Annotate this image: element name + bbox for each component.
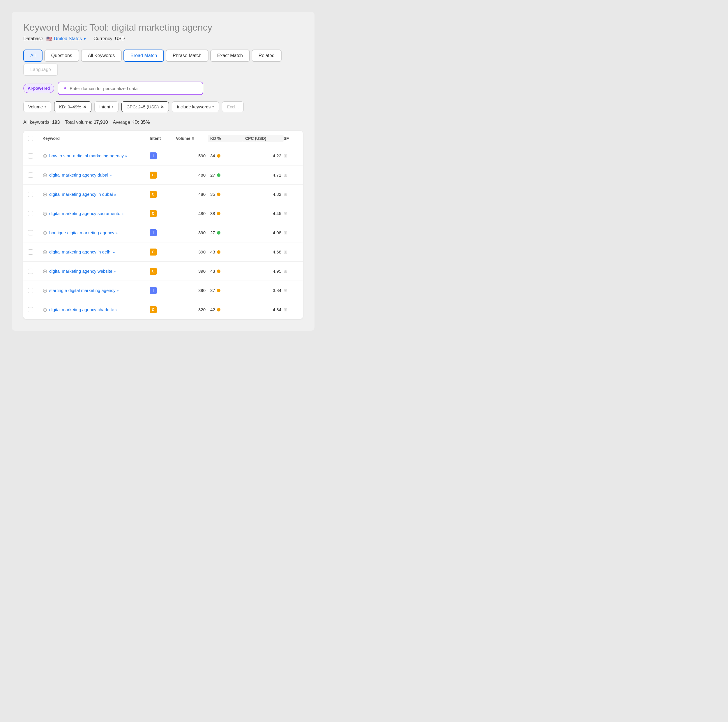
- kd-value: 37: [210, 288, 215, 293]
- expand-icon[interactable]: ⊕: [43, 306, 47, 313]
- database-label: Database:: [23, 36, 44, 41]
- kd-dot: [217, 289, 220, 292]
- volume-filter[interactable]: Volume ▾: [23, 101, 51, 112]
- kd-cell: 42: [208, 304, 243, 315]
- sf-icon: ⊞: [284, 153, 288, 158]
- tab-related[interactable]: Related: [252, 49, 281, 62]
- expand-icon[interactable]: ⊕: [43, 172, 47, 179]
- header-volume-col[interactable]: Volume ⇅: [176, 136, 208, 141]
- excl-label: Excl...: [227, 104, 239, 109]
- sf-cell: ⊞: [284, 250, 298, 254]
- expand-icon[interactable]: ⊕: [43, 152, 47, 159]
- sf-icon: ⊞: [284, 307, 288, 312]
- expand-icon[interactable]: ⊕: [43, 229, 47, 236]
- tab-all-keywords[interactable]: All Keywords: [81, 49, 122, 62]
- intent-badge: I: [150, 229, 157, 236]
- cpc-cell: 4.71: [243, 172, 284, 178]
- sf-cell: ⊞: [284, 153, 298, 158]
- kd-value: 43: [210, 250, 215, 254]
- cpc-cell: 4.95: [243, 269, 284, 274]
- intent-cell: C: [150, 172, 176, 179]
- include-keywords-filter[interactable]: Include keywords ▾: [172, 101, 219, 112]
- table-row: ⊕ how to start a digital marketing agenc…: [23, 146, 303, 166]
- row-checkbox[interactable]: [28, 153, 43, 158]
- row-checkbox[interactable]: [28, 172, 43, 178]
- title-bold: Keyword Magic Tool:: [23, 22, 109, 33]
- intent-filter[interactable]: Intent ▾: [94, 101, 119, 112]
- expand-icon[interactable]: ⊕: [43, 287, 47, 294]
- database-link[interactable]: United States: [54, 36, 82, 41]
- kd-value: 27: [210, 230, 215, 235]
- keyword-link[interactable]: digital marketing agency charlotte »: [49, 307, 118, 312]
- intent-cell: C: [150, 191, 176, 198]
- intent-cell: I: [150, 152, 176, 159]
- tab-questions[interactable]: Questions: [44, 49, 79, 62]
- tab-exact-match[interactable]: Exact Match: [210, 49, 250, 62]
- chevron-down-icon[interactable]: ▾: [84, 36, 86, 41]
- keyword-link[interactable]: digital marketing agency in dubai »: [49, 192, 116, 197]
- row-checkbox[interactable]: [28, 250, 43, 254]
- ai-badge: AI-powered: [23, 84, 54, 93]
- ai-domain-input[interactable]: [70, 86, 198, 91]
- row-checkbox[interactable]: [28, 269, 43, 274]
- table-header: Keyword Intent Volume ⇅ KD % CPC (USD) S…: [23, 131, 303, 146]
- keyword-link[interactable]: boutique digital marketing agency »: [49, 230, 118, 235]
- tab-all[interactable]: All: [23, 49, 43, 62]
- select-all-checkbox[interactable]: [28, 136, 33, 141]
- stats-bar: All keywords: 193 Total volume: 17,910 A…: [23, 120, 303, 125]
- tab-phrase-match[interactable]: Phrase Match: [166, 49, 208, 62]
- page-title: Keyword Magic Tool: digital marketing ag…: [23, 22, 303, 33]
- expand-icon[interactable]: ⊕: [43, 248, 47, 256]
- kd-dot: [217, 212, 220, 215]
- row-checkbox[interactable]: [28, 307, 43, 312]
- keyword-link[interactable]: starting a digital marketing agency »: [49, 288, 119, 293]
- row-checkbox[interactable]: [28, 192, 43, 197]
- kd-filter[interactable]: KD: 0–49% ✕: [54, 101, 92, 112]
- kd-filter-close[interactable]: ✕: [83, 104, 87, 109]
- total-volume-label: Total volume:: [65, 120, 92, 125]
- keyword-link[interactable]: digital marketing agency dubai »: [49, 172, 112, 178]
- filter-bar: Volume ▾ KD: 0–49% ✕ Intent ▾ CPC: 2–5 (…: [23, 101, 303, 112]
- expand-icon[interactable]: ⊕: [43, 191, 47, 198]
- sf-cell: ⊞: [284, 288, 298, 293]
- ai-input-container[interactable]: ✦: [58, 81, 203, 95]
- volume-cell: 480: [176, 172, 208, 178]
- cpc-filter[interactable]: CPC: 2–5 (USD) ✕: [121, 101, 169, 112]
- volume-cell: 390: [176, 230, 208, 235]
- expand-icon[interactable]: ⊕: [43, 268, 47, 275]
- sf-cell: ⊞: [284, 269, 298, 274]
- kd-value: 42: [210, 307, 215, 312]
- kd-cell: 43: [208, 247, 243, 257]
- tab-broad-match[interactable]: Broad Match: [124, 49, 164, 62]
- sf-icon: ⊞: [284, 288, 288, 293]
- kd-dot: [217, 231, 220, 235]
- volume-cell: 320: [176, 307, 208, 312]
- intent-badge: C: [150, 248, 157, 256]
- keyword-link[interactable]: digital marketing agency website »: [49, 269, 116, 274]
- arrow-icon: »: [121, 212, 124, 216]
- intent-cell: C: [150, 306, 176, 313]
- kd-dot: [217, 173, 220, 177]
- kd-dot: [217, 154, 220, 158]
- expand-icon[interactable]: ⊕: [43, 210, 47, 217]
- table-row: ⊕ digital marketing agency website » C 3…: [23, 262, 303, 281]
- keyword-link[interactable]: how to start a digital marketing agency …: [49, 153, 127, 158]
- cpc-cell: 4.68: [243, 250, 284, 254]
- exclude-filter[interactable]: Excl...: [222, 101, 244, 112]
- kd-dot: [217, 308, 220, 311]
- tab-language[interactable]: Language: [23, 63, 58, 76]
- keyword-cell: ⊕ digital marketing agency in dubai »: [43, 191, 150, 198]
- row-checkbox[interactable]: [28, 288, 43, 293]
- row-checkbox[interactable]: [28, 230, 43, 235]
- keyword-cell: ⊕ starting a digital marketing agency »: [43, 287, 150, 294]
- cpc-filter-close[interactable]: ✕: [161, 104, 164, 109]
- keyword-link[interactable]: digital marketing agency sacramento »: [49, 211, 124, 216]
- kd-value: 34: [210, 153, 215, 158]
- intent-cell: C: [150, 248, 176, 256]
- sf-icon: ⊞: [284, 269, 288, 274]
- row-checkbox[interactable]: [28, 211, 43, 216]
- intent-badge: I: [150, 152, 157, 159]
- intent-badge: C: [150, 268, 157, 275]
- keyword-link[interactable]: digital marketing agency in delhi »: [49, 250, 115, 254]
- arrow-icon: »: [116, 231, 118, 235]
